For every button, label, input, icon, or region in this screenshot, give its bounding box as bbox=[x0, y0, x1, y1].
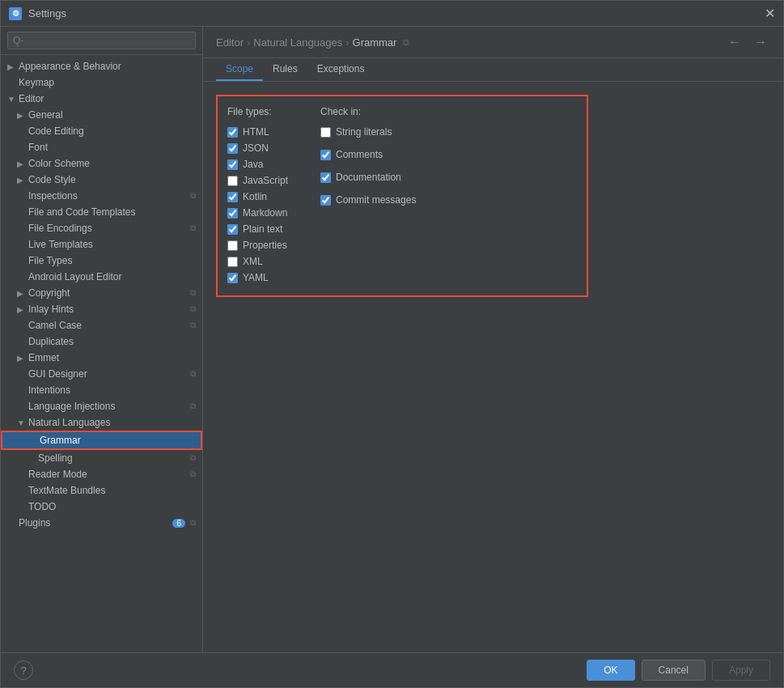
grammar-config-box: File types: HTML JSON Java bbox=[216, 95, 588, 297]
copy-icon: ⧉ bbox=[190, 288, 196, 298]
sidebar-item-code-editing[interactable]: Code Editing bbox=[1, 123, 202, 139]
expand-arrow: ▶ bbox=[17, 354, 25, 363]
cancel-button[interactable]: Cancel bbox=[642, 660, 706, 681]
breadcrumb-grammar: Grammar bbox=[353, 36, 397, 49]
sidebar-item-todo[interactable]: TODO bbox=[1, 499, 202, 515]
label-kotlin: Kotlin bbox=[243, 191, 267, 202]
label-markdown: Markdown bbox=[243, 207, 287, 219]
label-string-literals: String literals bbox=[336, 126, 392, 138]
checkbox-javascript[interactable] bbox=[227, 176, 238, 186]
checkbox-kotlin[interactable] bbox=[227, 192, 238, 202]
sidebar-item-reader-mode[interactable]: Reader Mode ⧉ bbox=[1, 466, 202, 482]
check-item-yaml: YAML bbox=[227, 270, 288, 286]
breadcrumb: Editor › Natural Languages › Grammar ⧉ bbox=[216, 36, 409, 49]
sidebar-item-inlay-hints[interactable]: ▶ Inlay Hints ⧉ bbox=[1, 301, 202, 317]
checkbox-html[interactable] bbox=[227, 127, 238, 138]
copy-icon: ⧉ bbox=[190, 304, 196, 314]
checkbox-string-literals[interactable] bbox=[320, 127, 331, 138]
tab-exceptions[interactable]: Exceptions bbox=[307, 58, 375, 81]
check-in-label: Check in: bbox=[320, 106, 416, 117]
sidebar-item-grammar[interactable]: Grammar bbox=[1, 431, 202, 450]
right-panel: Editor › Natural Languages › Grammar ⧉ ←… bbox=[203, 27, 783, 652]
help-button[interactable]: ? bbox=[14, 660, 33, 680]
forward-button[interactable]: → bbox=[751, 33, 770, 51]
checkbox-plain-text[interactable] bbox=[227, 224, 238, 235]
label-comments: Comments bbox=[336, 149, 383, 160]
panel-body: File types: HTML JSON Java bbox=[203, 82, 783, 652]
label-commit-messages: Commit messages bbox=[336, 194, 416, 206]
sidebar-item-editor[interactable]: ▼ Editor bbox=[1, 91, 202, 107]
check-item-markdown: Markdown bbox=[227, 205, 288, 221]
sidebar-item-emmet[interactable]: ▶ Emmet bbox=[1, 350, 202, 366]
label-documentation: Documentation bbox=[336, 172, 401, 183]
app-icon-letter: ⚙ bbox=[12, 9, 19, 18]
checkbox-markdown[interactable] bbox=[227, 208, 238, 219]
panel-header: Editor › Natural Languages › Grammar ⧉ ←… bbox=[203, 27, 783, 58]
check-item-string-literals: String literals bbox=[320, 124, 416, 140]
breadcrumb-editor: Editor bbox=[216, 36, 244, 49]
checkbox-yaml[interactable] bbox=[227, 273, 238, 283]
sidebar-item-textmate-bundles[interactable]: TextMate Bundles bbox=[1, 482, 202, 499]
sidebar-item-spelling[interactable]: Spelling ⧉ bbox=[1, 450, 202, 466]
sidebar-item-keymap[interactable]: Keymap bbox=[1, 74, 202, 91]
tab-rules[interactable]: Rules bbox=[263, 58, 307, 81]
sidebar-item-appearance[interactable]: ▶ Appearance & Behavior bbox=[1, 58, 202, 74]
sidebar-item-intentions[interactable]: Intentions bbox=[1, 382, 202, 398]
copy-icon: ⧉ bbox=[190, 321, 196, 330]
checkbox-properties[interactable] bbox=[227, 240, 238, 251]
sidebar-item-copyright[interactable]: ▶ Copyright ⧉ bbox=[1, 285, 202, 301]
check-item-documentation: Documentation bbox=[320, 169, 416, 185]
bottom-bar: ? OK Cancel Apply bbox=[1, 652, 783, 687]
checkbox-java[interactable] bbox=[227, 159, 238, 170]
copy-icon: ⧉ bbox=[190, 223, 196, 233]
sidebar-item-inspections[interactable]: Inspections ⧉ bbox=[1, 188, 202, 204]
checkbox-documentation[interactable] bbox=[320, 172, 331, 183]
sidebar-item-file-encodings[interactable]: File Encodings ⧉ bbox=[1, 220, 202, 236]
check-item-commit-messages: Commit messages bbox=[320, 192, 416, 208]
check-item-javascript: JavaScript bbox=[227, 172, 288, 189]
sidebar-item-file-types[interactable]: File Types bbox=[1, 253, 202, 269]
check-item-properties: Properties bbox=[227, 237, 288, 253]
file-types-column: File types: HTML JSON Java bbox=[227, 106, 288, 286]
search-box bbox=[1, 27, 202, 55]
expand-arrow: ▶ bbox=[17, 289, 25, 298]
sidebar-item-live-templates[interactable]: Live Templates bbox=[1, 236, 202, 253]
sidebar-item-camel-case[interactable]: Camel Case ⧉ bbox=[1, 317, 202, 333]
close-button[interactable]: ✕ bbox=[765, 6, 775, 21]
label-plain-text: Plain text bbox=[243, 223, 282, 235]
expand-arrow: ▶ bbox=[17, 176, 25, 185]
check-item-json: JSON bbox=[227, 140, 288, 156]
back-button[interactable]: ← bbox=[725, 33, 744, 51]
sidebar-item-code-style[interactable]: ▶ Code Style bbox=[1, 172, 202, 188]
sidebar-item-android-layout-editor[interactable]: Android Layout Editor bbox=[1, 269, 202, 285]
sidebar-item-general[interactable]: ▶ General bbox=[1, 107, 202, 123]
title-bar: ⚙ Settings ✕ bbox=[1, 1, 783, 27]
sidebar-item-color-scheme[interactable]: ▶ Color Scheme bbox=[1, 155, 202, 172]
checkbox-commit-messages[interactable] bbox=[320, 195, 331, 206]
sidebar-item-font[interactable]: Font bbox=[1, 139, 202, 155]
apply-button[interactable]: Apply bbox=[712, 660, 770, 681]
expand-arrow: ▶ bbox=[17, 159, 25, 168]
sidebar-item-plugins[interactable]: Plugins 6 ⧉ bbox=[1, 515, 202, 531]
ok-button[interactable]: OK bbox=[587, 660, 634, 681]
app-icon: ⚙ bbox=[9, 7, 22, 20]
search-input[interactable] bbox=[7, 32, 196, 49]
check-in-column: Check in: String literals Comments bbox=[320, 106, 416, 286]
check-item-kotlin: Kotlin bbox=[227, 189, 288, 205]
copy-icon: ⧉ bbox=[190, 469, 196, 479]
sidebar-item-gui-designer[interactable]: GUI Designer ⧉ bbox=[1, 366, 202, 382]
label-javascript: JavaScript bbox=[243, 175, 288, 186]
expand-arrow: ▼ bbox=[7, 95, 15, 104]
file-types-label: File types: bbox=[227, 106, 288, 117]
tab-scope[interactable]: Scope bbox=[216, 58, 263, 81]
sidebar-item-duplicates[interactable]: Duplicates bbox=[1, 333, 202, 350]
main-content: ▶ Appearance & Behavior Keymap ▼ Editor … bbox=[1, 27, 783, 652]
checkbox-xml[interactable] bbox=[227, 257, 238, 267]
expand-arrow: ▶ bbox=[17, 111, 25, 120]
sidebar-item-file-code-templates[interactable]: File and Code Templates bbox=[1, 204, 202, 220]
sidebar-item-language-injections[interactable]: Language Injections ⧉ bbox=[1, 398, 202, 414]
window-title: Settings bbox=[28, 7, 758, 19]
checkbox-json[interactable] bbox=[227, 143, 238, 154]
sidebar-item-natural-languages[interactable]: ▼ Natural Languages bbox=[1, 414, 202, 431]
checkbox-comments[interactable] bbox=[320, 150, 331, 160]
